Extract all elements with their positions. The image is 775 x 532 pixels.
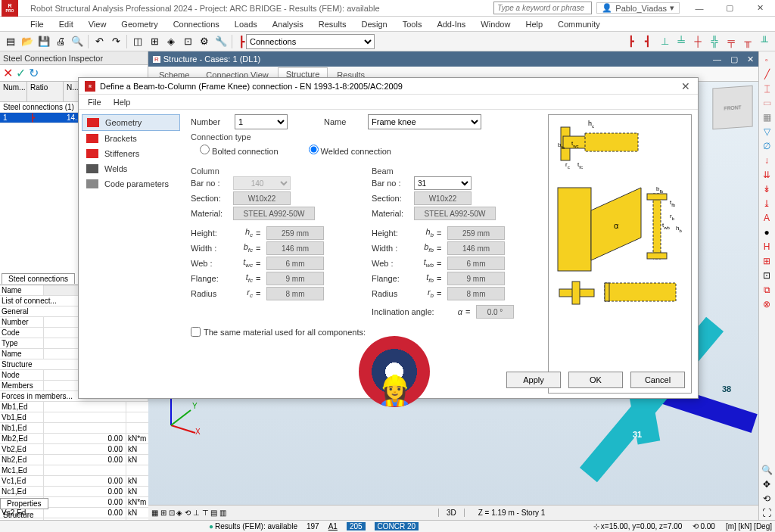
menu-help[interactable]: Help: [518, 18, 550, 30]
rtool-load4[interactable]: ⤓: [759, 197, 774, 210]
table-row[interactable]: Mc1,Ed: [0, 465, 148, 476]
vp-max[interactable]: ▢: [726, 54, 742, 64]
menu-view[interactable]: View: [81, 18, 114, 30]
rtool-cb[interactable]: ⊡: [759, 269, 774, 282]
rtool-3[interactable]: ⊥: [657, 34, 672, 49]
tool-calc[interactable]: ⚙: [197, 34, 212, 49]
tool-save[interactable]: 💾: [36, 34, 51, 49]
dialog-menu-file[interactable]: File: [88, 98, 101, 107]
rtool-support[interactable]: ▽: [759, 125, 774, 138]
tool-undo[interactable]: ↶: [92, 34, 107, 49]
menu-addins[interactable]: Add-Ins: [429, 18, 473, 30]
table-row[interactable]: Mb2,Ed0.00kN*m: [0, 434, 148, 444]
radio-welded[interactable]: Welded connection: [309, 145, 391, 156]
table-row[interactable]: Vc1,Ed0.00kN: [0, 476, 148, 487]
tool-sel1[interactable]: ◫: [130, 34, 145, 49]
rtool-9[interactable]: ╨: [757, 34, 772, 49]
rtool-x1[interactable]: ⊗: [759, 297, 774, 311]
nav-code[interactable]: Code parameters: [82, 176, 180, 191]
rtool-bar[interactable]: ╱: [759, 67, 774, 81]
menu-edit[interactable]: Edit: [51, 18, 81, 30]
check-icon[interactable]: ✓: [16, 66, 26, 80]
number-combo[interactable]: 1: [235, 114, 288, 129]
rtool-mass[interactable]: ●: [759, 226, 774, 239]
insp-col-num[interactable]: Num...: [0, 82, 27, 101]
table-row[interactable]: Nb1,Ed: [0, 423, 148, 434]
menu-window[interactable]: Window: [473, 18, 518, 30]
refresh-icon[interactable]: ↻: [29, 66, 39, 80]
rtool-4[interactable]: ╧: [674, 34, 689, 49]
nav-stiffeners[interactable]: Stiffeners: [82, 146, 180, 161]
nav-geometry[interactable]: Geometry: [82, 114, 180, 131]
rtool-fit[interactable]: ⛶: [759, 506, 774, 520]
tool-sel2[interactable]: ⊞: [147, 34, 162, 49]
rtool-release[interactable]: ∅: [759, 139, 774, 153]
same-material-checkbox[interactable]: [191, 327, 201, 337]
menu-tools[interactable]: Tools: [395, 18, 430, 30]
structure-tab-bottom[interactable]: Structure: [0, 510, 37, 520]
menu-community[interactable]: Community: [550, 18, 608, 30]
rtool-attr[interactable]: ⊞: [759, 254, 774, 268]
rtool-zoom[interactable]: 🔍: [759, 463, 774, 477]
tool-preview[interactable]: 🔍: [70, 34, 85, 49]
rtool-7[interactable]: ╤: [724, 34, 739, 49]
close-button[interactable]: ✕: [745, 0, 775, 17]
menu-analysis[interactable]: Analysis: [265, 18, 311, 30]
minimize-button[interactable]: —: [684, 0, 714, 17]
rtool-6[interactable]: ╬: [707, 34, 722, 49]
column-bar-combo[interactable]: 140: [233, 176, 291, 190]
rtool-2[interactable]: ┫: [640, 34, 655, 49]
menu-geometry[interactable]: Geometry: [114, 18, 165, 30]
menu-connections[interactable]: Connections: [166, 18, 227, 30]
rtool-8[interactable]: ╥: [740, 34, 755, 49]
tool-sel3[interactable]: ◈: [163, 34, 179, 49]
vp-nav-icons[interactable]: ▦ ⊞ ⊡ ◈ ⟲ ⊥ ⊤ ▤ ▥: [151, 509, 226, 517]
tool-new[interactable]: ▤: [3, 34, 18, 49]
user-badge[interactable]: 👤 Pablo_Viadas ▾: [596, 2, 680, 14]
rtool-a[interactable]: A: [759, 211, 774, 225]
nav-brackets[interactable]: Brackets: [82, 131, 180, 146]
connections-combo[interactable]: Connections: [246, 34, 375, 49]
view-cube[interactable]: FRONT: [712, 86, 752, 129]
dialog-menu-help[interactable]: Help: [114, 98, 131, 107]
tool-open[interactable]: 📂: [20, 34, 35, 49]
vp-close[interactable]: ✕: [742, 54, 758, 64]
steel-conn-tab[interactable]: Steel connections: [2, 273, 75, 284]
table-row[interactable]: Nc1,Ed0.00kN: [0, 487, 148, 497]
nav-welds[interactable]: Welds: [82, 161, 180, 176]
table-row[interactable]: Nb2,Ed0.00kN: [0, 455, 148, 465]
maximize-button[interactable]: ▢: [714, 0, 745, 17]
properties-tab[interactable]: Properties: [0, 498, 48, 509]
tool-redo[interactable]: ↷: [108, 34, 123, 49]
menu-loads[interactable]: Loads: [227, 18, 265, 30]
rtool-load3[interactable]: ↡: [759, 182, 774, 196]
menu-design[interactable]: Design: [353, 18, 394, 30]
rtool-section[interactable]: ⌶: [759, 82, 774, 95]
tool-wrench[interactable]: 🔧: [213, 34, 229, 49]
rtool-fe[interactable]: H: [759, 240, 774, 254]
name-combo[interactable]: Frame knee: [368, 114, 481, 129]
table-row[interactable]: Vb2,Ed0.00kN: [0, 444, 148, 455]
search-input[interactable]: [493, 2, 592, 14]
menu-file[interactable]: File: [23, 18, 51, 30]
tool-print[interactable]: 🖨: [53, 34, 68, 49]
rtool-load2[interactable]: ⇊: [759, 168, 774, 182]
rtool-rot[interactable]: ⟲: [759, 492, 774, 506]
rtool-pan[interactable]: ✥: [759, 478, 774, 491]
rtool-1[interactable]: ┣: [624, 34, 639, 49]
menu-results[interactable]: Results: [311, 18, 354, 30]
rtool-mat[interactable]: ▦: [759, 110, 774, 124]
rtool-5[interactable]: ┼: [690, 34, 705, 49]
tool-sel4[interactable]: ⊡: [180, 34, 195, 49]
beam-bar-combo[interactable]: 31: [414, 176, 472, 190]
insp-col-ratio[interactable]: Ratio: [27, 82, 64, 101]
table-row[interactable]: Mb1,Ed: [0, 402, 148, 412]
vp-min[interactable]: —: [708, 54, 726, 64]
rtool-panel[interactable]: ▭: [759, 96, 774, 110]
dialog-close-button[interactable]: ✕: [678, 80, 693, 92]
rtool-calc2[interactable]: ⧉: [759, 283, 774, 297]
rtool-node[interactable]: ◦: [759, 53, 774, 67]
radio-bolted[interactable]: Bolted connection: [200, 145, 279, 156]
cancel-button[interactable]: Cancel: [630, 372, 685, 388]
rtool-load1[interactable]: ↓: [759, 154, 774, 167]
